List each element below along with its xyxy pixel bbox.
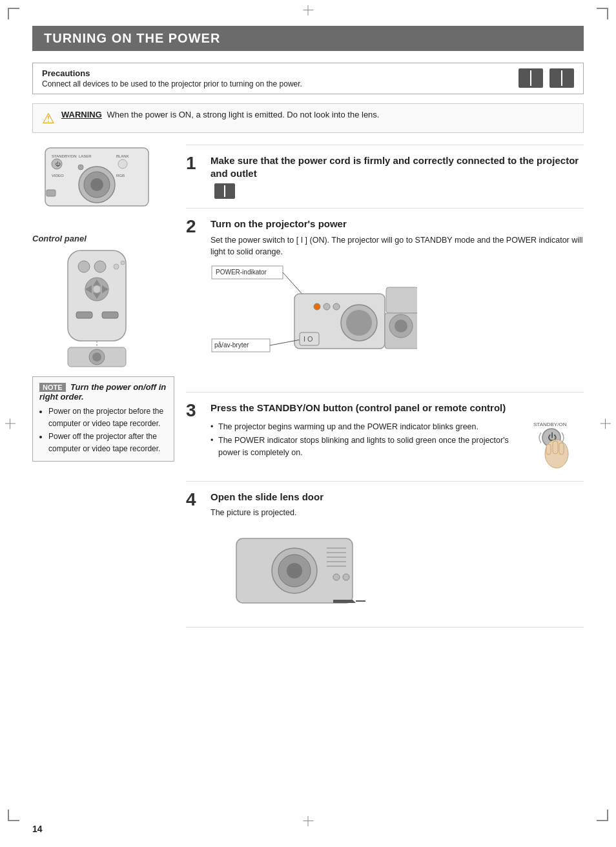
note-box: NOTE Turn the power on/off in right orde…	[32, 376, 174, 462]
crosshair-bottom	[308, 816, 309, 826]
note-label: NOTE	[39, 383, 66, 392]
svg-text:LASER: LASER	[79, 154, 92, 158]
standby-button-svg: STANDBY/ON ⏻	[532, 418, 584, 470]
book-icon-step1	[214, 183, 235, 199]
svg-point-37	[333, 303, 340, 310]
warning-triangle-icon: ⚠	[42, 110, 55, 127]
svg-point-36	[323, 303, 330, 310]
step-3: 3 Press the STANDBY/ON button (control p…	[186, 393, 584, 482]
step-4-diagram	[210, 526, 584, 618]
svg-text:⏻: ⏻	[55, 161, 61, 167]
svg-rect-54	[559, 443, 564, 454]
svg-point-16	[94, 261, 106, 272]
page-title: TURNING ON THE POWER	[32, 26, 584, 51]
warning-box: ⚠ WARNING When the power is ON, a strong…	[32, 103, 584, 133]
step-2-content: Turn on the projector's power Set the po…	[210, 218, 584, 383]
note-header: NOTE Turn the power on/off in right orde…	[39, 382, 167, 402]
svg-rect-53	[553, 441, 558, 454]
svg-point-43	[395, 320, 407, 332]
svg-rect-55	[546, 444, 551, 454]
svg-point-15	[78, 261, 90, 272]
remote-control-svg	[32, 247, 161, 370]
svg-rect-40	[386, 287, 417, 313]
step-3-bullets: The projector begins warming up and the …	[210, 421, 526, 459]
projector-top-panel: STANDBY/ON ⏻ LASER BLANK VIDEO RGB	[32, 145, 174, 229]
svg-text:STANDBY/ON: STANDBY/ON	[52, 154, 77, 158]
corner-mark-tr	[597, 8, 608, 19]
step-4-title: Open the slide lens door	[210, 491, 584, 504]
step-3-text: The projector begins warming up and the …	[210, 418, 526, 462]
book-icon-2	[549, 68, 574, 88]
page-number: 14	[32, 824, 43, 834]
step-3-body-area: The projector begins warming up and the …	[210, 418, 584, 472]
svg-text:POWER-indikator: POWER-indikator	[216, 269, 267, 276]
note-list: Power on the projector before the comput…	[39, 405, 167, 454]
control-panel-svg: STANDBY/ON ⏻ LASER BLANK VIDEO RGB	[32, 145, 161, 229]
svg-point-18	[121, 261, 125, 265]
precautions-box: Precautions Connect all devices to be us…	[32, 63, 584, 94]
svg-text:BLANK: BLANK	[116, 154, 129, 158]
step-1-content: Make sure that the power cord is firmly …	[210, 154, 584, 199]
step-3-image: STANDBY/ON ⏻	[532, 418, 584, 472]
svg-point-17	[114, 264, 119, 269]
book-icon-1	[518, 68, 543, 88]
precautions-text: Connect all devices to be used to the pr…	[42, 79, 511, 88]
crosshair-left	[5, 424, 15, 424]
step-2-body: Set the power switch to [ I ] (ON). The …	[210, 234, 584, 259]
remote-control-area	[32, 247, 174, 370]
corner-mark-tl	[8, 8, 19, 19]
step-2: 2 Turn on the projector's power Set the …	[186, 209, 584, 393]
step-4-content: Open the slide lens door The picture is …	[210, 491, 584, 618]
svg-point-11	[90, 178, 103, 191]
svg-rect-13	[46, 190, 56, 196]
svg-text:RGB: RGB	[116, 174, 125, 178]
svg-point-66	[343, 574, 349, 580]
page: TURNING ON THE POWER Precautions Connect…	[0, 0, 616, 847]
step-3-bullet-1: The projector begins warming up and the …	[210, 421, 526, 433]
warning-body: When the power is ON, a strong light is …	[107, 110, 379, 119]
warning-text: WARNING When the power is ON, a strong l…	[61, 109, 379, 121]
left-column: STANDBY/ON ⏻ LASER BLANK VIDEO RGB	[32, 145, 174, 628]
power-diagram: POWER-indikator	[210, 265, 584, 376]
step-1-title: Make sure that the power cord is firmly …	[210, 154, 584, 179]
step-3-title: Press the STANDBY/ON button (control pan…	[210, 402, 584, 414]
corner-mark-bl	[8, 810, 19, 821]
svg-point-35	[314, 303, 320, 310]
svg-point-39	[346, 310, 372, 336]
step-4: 4 Open the slide lens door The picture i…	[186, 482, 584, 628]
corner-mark-br	[597, 810, 608, 821]
step-3-number: 3	[186, 402, 204, 420]
crosshair-top	[308, 5, 309, 15]
step-4-body: The picture is projected.	[210, 507, 584, 519]
svg-point-12	[78, 165, 83, 170]
svg-point-65	[333, 574, 340, 580]
step-1: 1 Make sure that the power cord is firml…	[186, 145, 584, 209]
svg-text:STANDBY/ON: STANDBY/ON	[533, 422, 567, 427]
svg-point-30	[92, 352, 101, 362]
right-column: 1 Make sure that the power cord is firml…	[186, 145, 584, 628]
step-4-number: 4	[186, 491, 204, 509]
step-1-number: 1	[186, 154, 204, 172]
step-2-number: 2	[186, 218, 204, 236]
control-panel-label: Control panel	[32, 234, 174, 243]
precautions-title: Precautions	[42, 68, 511, 78]
svg-text:I   O: I O	[303, 335, 313, 343]
book-icons	[518, 68, 574, 88]
svg-point-6	[118, 159, 127, 168]
svg-text:på/av-bryter: på/av-bryter	[214, 342, 249, 349]
svg-rect-26	[102, 312, 118, 318]
step-3-content: Press the STANDBY/ON button (control pan…	[210, 402, 584, 472]
svg-text:VIDEO: VIDEO	[52, 174, 64, 178]
svg-rect-25	[76, 312, 92, 318]
precautions-content: Precautions Connect all devices to be us…	[42, 68, 511, 88]
svg-point-59	[287, 563, 302, 578]
note-item-2: Power off the projector after the comput…	[48, 431, 167, 454]
svg-point-24	[93, 285, 101, 293]
step-2-title: Turn on the projector's power	[210, 218, 584, 230]
warning-label: WARNING	[61, 110, 102, 119]
power-diagram-svg: POWER-indikator	[210, 265, 417, 374]
step-3-bullet-2: The POWER indicator stops blinking and l…	[210, 434, 526, 459]
note-item-1: Power on the projector before the comput…	[48, 405, 167, 429]
projector-lens-door-svg	[210, 526, 404, 616]
main-content: STANDBY/ON ⏻ LASER BLANK VIDEO RGB	[32, 145, 584, 628]
